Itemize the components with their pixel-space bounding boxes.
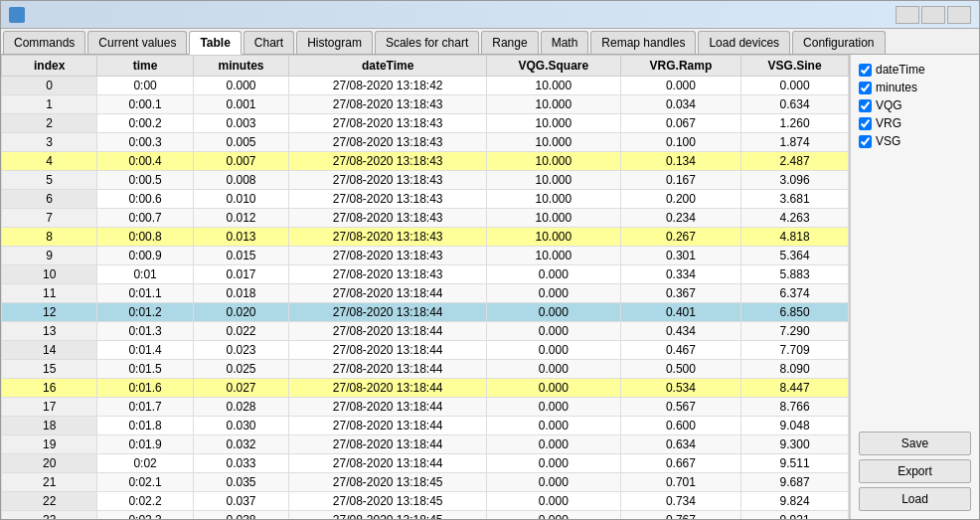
cell-minutes: 0.027 bbox=[193, 379, 288, 398]
cell-index: 13 bbox=[2, 322, 97, 341]
content-area: indextimeminutesdateTimeVQG.SquareVRG.Ra… bbox=[1, 55, 979, 519]
tab-histogram[interactable]: Histogram bbox=[296, 31, 373, 54]
table-row[interactable]: 120:01.20.02027/08-2020 13:18:440.0000.4… bbox=[2, 303, 849, 322]
cell-vrg-ramp: 0.167 bbox=[620, 171, 741, 190]
cell-vqg-square: 0.000 bbox=[487, 473, 620, 492]
cell-vsg-sine: 3.681 bbox=[741, 190, 849, 209]
cell-vrg-ramp: 0.567 bbox=[620, 398, 741, 417]
tab-table[interactable]: Table bbox=[189, 31, 241, 55]
cell-minutes: 0.010 bbox=[193, 190, 288, 209]
table-row[interactable]: 70:00.70.01227/08-2020 13:18:4310.0000.2… bbox=[2, 209, 849, 228]
data-table-container[interactable]: indextimeminutesdateTimeVQG.SquareVRG.Ra… bbox=[1, 55, 850, 519]
cell-datetime: 27/08-2020 13:18:45 bbox=[289, 492, 487, 511]
checkbox-vqg[interactable] bbox=[859, 99, 872, 112]
table-row[interactable]: 110:01.10.01827/08-2020 13:18:440.0000.3… bbox=[2, 284, 849, 303]
tab-scales-for-chart[interactable]: Scales for chart bbox=[375, 31, 479, 54]
table-row[interactable]: 160:01.60.02727/08-2020 13:18:440.0000.5… bbox=[2, 379, 849, 398]
table-row[interactable]: 40:00.40.00727/08-2020 13:18:4310.0000.1… bbox=[2, 152, 849, 171]
tab-current-values[interactable]: Current values bbox=[87, 31, 187, 54]
tab-remap-handles[interactable]: Remap handles bbox=[590, 31, 696, 54]
cell-vqg-square: 10.000 bbox=[487, 114, 620, 133]
table-row[interactable]: 180:01.80.03027/08-2020 13:18:440.0000.6… bbox=[2, 417, 849, 435]
cell-datetime: 27/08-2020 13:18:44 bbox=[289, 398, 487, 417]
cell-vrg-ramp: 0.234 bbox=[620, 209, 741, 228]
cell-vsg-sine: 9.687 bbox=[741, 473, 849, 492]
tab-range[interactable]: Range bbox=[481, 31, 538, 54]
cell-vrg-ramp: 0.534 bbox=[620, 379, 741, 398]
cell-index: 7 bbox=[2, 209, 97, 228]
table-row[interactable]: 140:01.40.02327/08-2020 13:18:440.0000.4… bbox=[2, 341, 849, 360]
cell-vsg-sine: 9.511 bbox=[741, 454, 849, 473]
tab-math[interactable]: Math bbox=[541, 31, 589, 54]
cell-time: 0:01.2 bbox=[97, 303, 193, 322]
table-row[interactable]: 190:01.90.03227/08-2020 13:18:440.0000.6… bbox=[2, 435, 849, 454]
cell-vqg-square: 10.000 bbox=[487, 133, 620, 152]
cell-datetime: 27/08-2020 13:18:44 bbox=[289, 341, 487, 360]
table-row[interactable]: 90:00.90.01527/08-2020 13:18:4310.0000.3… bbox=[2, 247, 849, 265]
cell-time: 0:01.5 bbox=[97, 360, 193, 379]
cell-minutes: 0.000 bbox=[193, 77, 288, 95]
cell-vrg-ramp: 0.701 bbox=[620, 473, 741, 492]
cell-vsg-sine: 8.090 bbox=[741, 360, 849, 379]
cell-vrg-ramp: 0.767 bbox=[620, 511, 741, 520]
checkbox-label-vsg: VSG bbox=[876, 134, 900, 148]
tab-commands[interactable]: Commands bbox=[3, 31, 85, 54]
cell-datetime: 27/08-2020 13:18:43 bbox=[289, 114, 487, 133]
table-row[interactable]: 220:02.20.03727/08-2020 13:18:450.0000.7… bbox=[2, 492, 849, 511]
table-row[interactable]: 230:02.30.03827/08-2020 13:18:450.0000.7… bbox=[2, 511, 849, 520]
cell-vsg-sine: 1.260 bbox=[741, 114, 849, 133]
minimize-button[interactable] bbox=[896, 6, 919, 24]
col-header-vqg-square: VQG.Square bbox=[487, 56, 620, 77]
cell-vqg-square: 0.000 bbox=[487, 284, 620, 303]
table-row[interactable]: 100:010.01727/08-2020 13:18:430.0000.334… bbox=[2, 265, 849, 284]
cell-vrg-ramp: 0.100 bbox=[620, 133, 741, 152]
cell-vqg-square: 10.000 bbox=[487, 190, 620, 209]
cell-vrg-ramp: 0.134 bbox=[620, 152, 741, 171]
cell-vrg-ramp: 0.467 bbox=[620, 341, 741, 360]
cell-vqg-square: 0.000 bbox=[487, 341, 620, 360]
tab-configuration[interactable]: Configuration bbox=[792, 31, 885, 54]
cell-vsg-sine: 4.263 bbox=[741, 209, 849, 228]
cell-time: 0:02.3 bbox=[97, 511, 193, 520]
window-controls bbox=[896, 6, 971, 24]
cell-vsg-sine: 6.374 bbox=[741, 284, 849, 303]
load-button[interactable]: Load bbox=[859, 487, 971, 511]
checkbox-minutes[interactable] bbox=[859, 82, 872, 94]
cell-vqg-square: 0.000 bbox=[487, 322, 620, 341]
cell-minutes: 0.015 bbox=[193, 247, 288, 265]
checkbox-datetime[interactable] bbox=[859, 64, 872, 77]
export-button[interactable]: Export bbox=[859, 459, 971, 483]
tab-load-devices[interactable]: Load devices bbox=[698, 31, 790, 54]
table-row[interactable]: 10:00.10.00127/08-2020 13:18:4310.0000.0… bbox=[2, 95, 849, 114]
checkbox-label-vrg: VRG bbox=[876, 116, 901, 130]
table-row[interactable]: 200:020.03327/08-2020 13:18:440.0000.667… bbox=[2, 454, 849, 473]
checkbox-item-vqg: VQG bbox=[859, 98, 971, 112]
cell-vrg-ramp: 0.401 bbox=[620, 303, 741, 322]
table-row[interactable]: 210:02.10.03527/08-2020 13:18:450.0000.7… bbox=[2, 473, 849, 492]
table-row[interactable]: 170:01.70.02827/08-2020 13:18:440.0000.5… bbox=[2, 398, 849, 417]
table-row[interactable]: 30:00.30.00527/08-2020 13:18:4310.0000.1… bbox=[2, 133, 849, 152]
close-button[interactable] bbox=[947, 6, 971, 24]
cell-minutes: 0.028 bbox=[193, 398, 288, 417]
cell-vsg-sine: 5.364 bbox=[741, 247, 849, 265]
table-row[interactable]: 20:00.20.00327/08-2020 13:18:4310.0000.0… bbox=[2, 114, 849, 133]
checkbox-item-vrg: VRG bbox=[859, 116, 971, 130]
checkbox-vsg[interactable] bbox=[859, 135, 872, 148]
table-row[interactable]: 80:00.80.01327/08-2020 13:18:4310.0000.2… bbox=[2, 228, 849, 247]
maximize-button[interactable] bbox=[921, 6, 945, 24]
table-row[interactable]: 60:00.60.01027/08-2020 13:18:4310.0000.2… bbox=[2, 190, 849, 209]
tab-chart[interactable]: Chart bbox=[244, 31, 294, 54]
table-row[interactable]: 150:01.50.02527/08-2020 13:18:440.0000.5… bbox=[2, 360, 849, 379]
save-button[interactable]: Save bbox=[859, 432, 971, 455]
checkbox-vrg[interactable] bbox=[859, 117, 872, 130]
table-row[interactable]: 00:000.00027/08-2020 13:18:4210.0000.000… bbox=[2, 77, 849, 95]
col-header-minutes: minutes bbox=[193, 56, 288, 77]
table-row[interactable]: 130:01.30.02227/08-2020 13:18:440.0000.4… bbox=[2, 322, 849, 341]
cell-index: 10 bbox=[2, 265, 97, 284]
cell-index: 14 bbox=[2, 341, 97, 360]
cell-datetime: 27/08-2020 13:18:45 bbox=[289, 511, 487, 520]
cell-vsg-sine: 0.634 bbox=[741, 95, 849, 114]
cell-vqg-square: 0.000 bbox=[487, 435, 620, 454]
table-row[interactable]: 50:00.50.00827/08-2020 13:18:4310.0000.1… bbox=[2, 171, 849, 190]
cell-vrg-ramp: 0.067 bbox=[620, 114, 741, 133]
